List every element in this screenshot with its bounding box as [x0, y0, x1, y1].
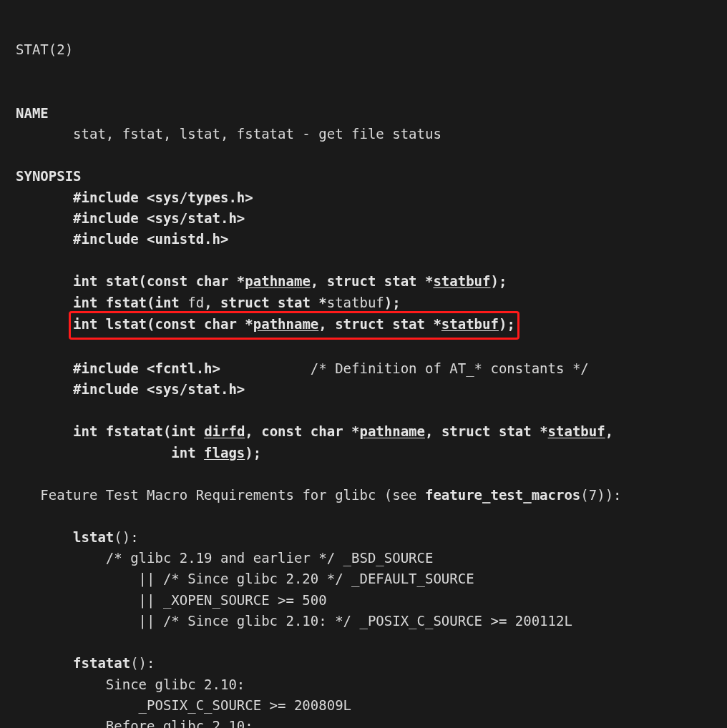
include-line: #include <unistd.h> — [73, 231, 228, 247]
param-statbuf: statbuf — [327, 295, 384, 310]
func-decl-lstat: int lstat(const char *pathname, struct s… — [73, 316, 515, 332]
func-decl-fstat-end: ); — [384, 295, 401, 310]
ftm-text: Feature Test Macro Requirements for glib… — [40, 487, 621, 503]
ftm-line: || /* Since glibc 2.20 */ _DEFAULT_SOURC… — [139, 571, 474, 586]
ftm-lstat-paren: (): — [114, 529, 138, 545]
include-line: #include <sys/types.h> — [73, 190, 253, 205]
func-decl-fstat: int fstat(int — [73, 295, 187, 310]
include-line: #include <fcntl.h> — [73, 360, 220, 376]
func-decl-stat: int stat(const char *pathname, struct st… — [73, 273, 507, 289]
section-synopsis: SYNOPSIS — [16, 168, 82, 184]
func-decl-fstat-mid: , struct stat * — [204, 295, 327, 310]
man-page: STAT(2) NAME stat, fstat, lstat, fstatat… — [0, 0, 727, 728]
param-fd: fd — [187, 295, 204, 310]
ftm-line: /* glibc 2.19 and earlier */ _BSD_SOURCE — [106, 550, 434, 566]
include-line: #include <sys/stat.h> — [73, 210, 245, 226]
ftm-lstat-header: lstat — [73, 529, 114, 545]
ftm-line: Since glibc 2.10: — [106, 677, 245, 692]
func-decl-fstatat-line2: int flags); — [171, 445, 261, 461]
ftm-line: || /* Since glibc 2.10: */ _POSIX_C_SOUR… — [139, 613, 572, 629]
name-line: stat, fstat, lstat, fstatat - get file s… — [73, 126, 441, 142]
ftm-line: _POSIX_C_SOURCE >= 200809L — [139, 697, 351, 713]
include-comment: /* Definition of AT_* constants */ — [311, 360, 589, 376]
ftm-fstatat-header: fstatat — [73, 655, 130, 671]
ftm-line: || _XOPEN_SOURCE >= 500 — [139, 592, 327, 608]
highlight-lstat-box: int lstat(const char *pathname, struct s… — [69, 311, 519, 339]
man-header: STAT(2) — [16, 41, 73, 57]
section-name: NAME — [16, 105, 49, 121]
include-line: #include <sys/stat.h> — [73, 381, 245, 397]
func-decl-fstatat: int fstatat(int dirfd, const char *pathn… — [73, 423, 613, 439]
ftm-fstatat-paren: (): — [130, 655, 155, 671]
ftm-line: Before glibc 2.10: — [106, 718, 253, 728]
